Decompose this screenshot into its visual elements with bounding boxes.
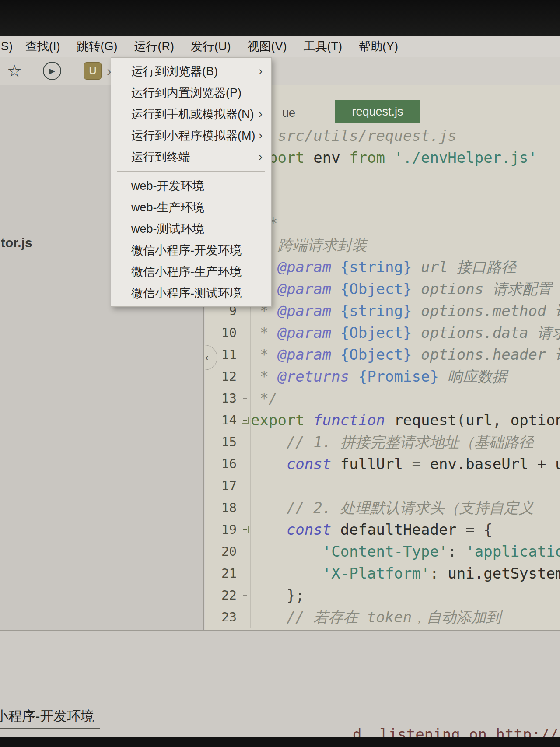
code-line[interactable]: 17 <box>205 475 560 497</box>
fold-gutter <box>239 453 251 475</box>
run-menu-item-6[interactable]: web-开发环境 <box>111 175 271 196</box>
line-number: 23 <box>205 606 239 628</box>
fold-gutter <box>239 344 251 365</box>
code-line[interactable]: 18 // 2. 处理默认请求头（支持自定义 <box>205 497 560 519</box>
code-line-text: const fullUrl = env.baseUrl + url <box>251 453 560 475</box>
code-line[interactable]: 12 * @returns {Promise} 响应数据 <box>205 365 560 387</box>
fold-collapse-icon[interactable] <box>242 526 248 533</box>
menubar-item-5[interactable]: 视图(V) <box>239 39 295 54</box>
run-menu-item-label: web-测试环境 <box>131 221 204 237</box>
code-line-text: // 2. 处理默认请求头（支持自定义 <box>251 497 534 519</box>
fold-gutter <box>239 322 251 344</box>
code-line[interactable]: 10 * @param {Object} options.data 请求数据 <box>205 322 560 344</box>
fold-gutter <box>239 540 251 562</box>
code-line-text: * @param {string} url 接口路径 <box>251 256 516 278</box>
hbuilderx-window: S)查找(I)跳转(G)运行(R)发行(U)视图(V)工具(T)帮助(Y) ☆ … <box>0 0 560 747</box>
menubar-item-4[interactable]: 发行(U) <box>182 39 239 54</box>
screen-bezel-bottom <box>0 737 560 747</box>
code-line[interactable]: 16 const fullUrl = env.baseUrl + url <box>205 453 560 475</box>
code-line-text: // 1. 拼接完整请求地址（基础路径 <box>251 431 534 453</box>
console-tab-underline <box>0 728 100 729</box>
menubar-item-0[interactable]: S) <box>0 40 17 53</box>
run-menu-item-7[interactable]: web-生产环境 <box>111 196 271 218</box>
code-line[interactable]: 20 'Content-Type': 'application/json', <box>205 540 560 562</box>
line-number: 10 <box>205 322 239 344</box>
menubar-item-3[interactable]: 运行(R) <box>126 39 182 54</box>
fold-gutter <box>239 584 251 606</box>
run-menu-item-8[interactable]: web-测试环境 <box>111 218 271 239</box>
code-line[interactable]: 21 'X-Platform': uni.getSystemInfoSync() <box>205 562 560 584</box>
run-menu-item-4[interactable]: 运行到终端› <box>111 146 271 168</box>
menubar-item-6[interactable]: 工具(T) <box>295 39 350 54</box>
code-line-text: export function request(url, options = {… <box>251 409 560 431</box>
run-menu-item-11[interactable]: 微信小程序-测试环境 <box>111 282 271 304</box>
menubar-item-2[interactable]: 跳转(G) <box>68 39 126 54</box>
menubar-item-1[interactable]: 查找(I) <box>17 39 68 54</box>
fold-gutter <box>239 387 251 409</box>
code-line-text: */ <box>251 387 277 409</box>
fold-gutter <box>239 409 251 431</box>
code-line[interactable]: 11 * @param {Object} options.header 请求头 <box>205 344 560 365</box>
run-menu-item-label: 运行到小程序模拟器(M) <box>131 128 255 144</box>
code-line[interactable]: 15 // 1. 拼接完整请求地址（基础路径 <box>205 431 560 453</box>
run-menu-item-label: web-生产环境 <box>131 200 204 215</box>
menu-bar: S)查找(I)跳转(G)运行(R)发行(U)视图(V)工具(T)帮助(Y) <box>0 36 560 57</box>
run-menu-item-label: 运行到手机或模拟器(N) <box>131 106 254 122</box>
run-menu-item-3[interactable]: 运行到小程序模拟器(M)› <box>111 125 271 146</box>
code-line[interactable]: 22 }; <box>205 584 560 606</box>
run-menu-item-2[interactable]: 运行到手机或模拟器(N)› <box>111 103 271 125</box>
run-menu-item-label: 运行到浏览器(B) <box>131 63 218 79</box>
line-number: 15 <box>205 431 239 453</box>
code-line-text: 'X-Platform': uni.getSystemInfoSync() <box>251 562 560 584</box>
editor-tab-0[interactable]: ue <box>282 106 295 120</box>
code-line[interactable]: 13 */ <box>205 387 560 409</box>
line-number: 14 <box>205 409 239 431</box>
line-number: 21 <box>205 562 239 584</box>
editor-tab-active[interactable]: request.js <box>335 100 420 123</box>
code-line-text: * @param {Object} options 请求配置 <box>251 278 552 300</box>
submenu-arrow-icon: › <box>259 129 262 142</box>
run-menu-item-10[interactable]: 微信小程序-生产环境 <box>111 261 271 282</box>
code-line-text: // src/utils/request.js <box>251 125 457 147</box>
sidebar-file-item[interactable]: tor.js <box>1 235 32 250</box>
submenu-arrow-icon: › <box>259 150 262 164</box>
code-line[interactable]: 14export function request(url, options =… <box>205 409 560 431</box>
line-number: 19 <box>205 519 239 540</box>
favorite-star-icon[interactable]: ☆ <box>7 63 22 79</box>
code-line-text: * @param {string} options.method 请求方法 <box>251 300 560 322</box>
fold-gutter <box>239 365 251 387</box>
fold-collapse-icon[interactable] <box>242 417 248 424</box>
code-line-text: }; <box>251 584 304 606</box>
fold-end-marker <box>243 398 247 399</box>
run-menu-item-label: web-开发环境 <box>131 178 204 194</box>
fold-gutter <box>239 475 251 497</box>
line-number: 20 <box>205 540 239 562</box>
uniapp-logo-icon[interactable]: U <box>84 62 102 80</box>
console-tab-label[interactable]: 微信小程序-开发环境 <box>0 707 94 726</box>
run-menu-item-label: 微信小程序-生产环境 <box>131 264 242 280</box>
run-menu-item-label: 运行到内置浏览器(P) <box>131 85 242 101</box>
code-line[interactable]: 19 const defaultHeader = { <box>205 519 560 540</box>
code-line-text: 'Content-Type': 'application/json', <box>251 540 560 562</box>
fold-gutter <box>239 562 251 584</box>
toolbar: ☆ ▶ U › <box>0 57 560 85</box>
code-line-text: // 若存在 token，自动添加到 <box>251 606 501 628</box>
fold-end-marker <box>243 595 247 596</box>
fold-gutter <box>239 606 251 628</box>
indent-guide-line <box>253 431 253 606</box>
line-number: 16 <box>205 453 239 475</box>
submenu-arrow-icon: › <box>259 64 262 78</box>
line-number: 22 <box>205 584 239 606</box>
code-line-text: * @returns {Promise} 响应数据 <box>251 365 507 387</box>
code-line-text: import env from './envHelper.js' <box>251 147 537 168</box>
code-line-text: const defaultHeader = { <box>251 519 493 540</box>
run-menu-item-1[interactable]: 运行到内置浏览器(P) <box>111 82 271 103</box>
menubar-item-7[interactable]: 帮助(Y) <box>350 39 406 54</box>
run-menu-item-9[interactable]: 微信小程序-开发环境 <box>111 239 271 261</box>
run-menu-item-0[interactable]: 运行到浏览器(B)› <box>111 60 271 82</box>
line-number: 18 <box>205 497 239 519</box>
code-line-text: * @param {Object} options.header 请求头 <box>251 344 560 365</box>
code-line[interactable]: 23 // 若存在 token，自动添加到 <box>205 606 560 628</box>
run-play-icon[interactable]: ▶ <box>43 62 61 80</box>
submenu-arrow-icon: › <box>259 107 262 121</box>
